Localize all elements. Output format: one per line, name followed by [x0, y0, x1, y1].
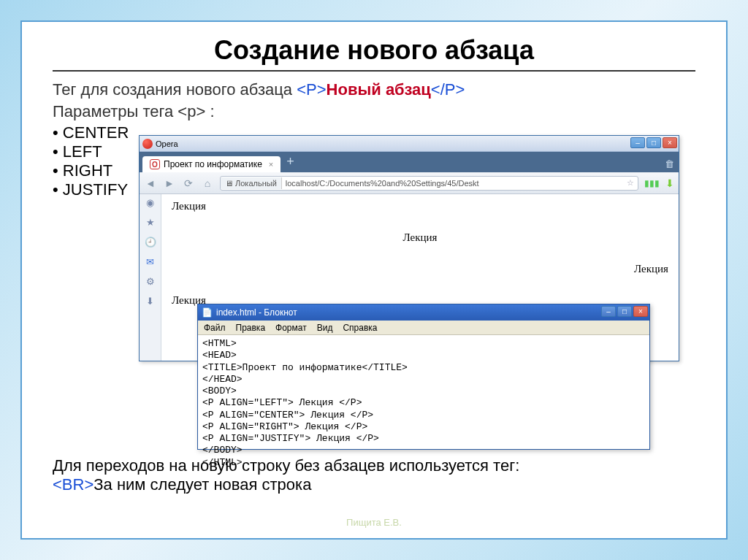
- maximize-button[interactable]: □: [646, 137, 661, 148]
- slide: Создание нового абзаца Тег для создания …: [20, 20, 728, 540]
- outro-text: Для переходов на новую строку без абзаце…: [53, 456, 519, 494]
- tab-favicon: O: [150, 159, 160, 169]
- para-center: Лекция: [172, 231, 668, 244]
- menu-help[interactable]: Справка: [343, 323, 377, 333]
- sidebar-clock-icon[interactable]: 🕘: [145, 237, 156, 248]
- browser-titlebar[interactable]: Opera – □ ×: [140, 136, 679, 152]
- signal-icon: ▮▮▮: [644, 178, 660, 188]
- home-button[interactable]: ⌂: [201, 177, 214, 189]
- para-left: Лекция: [172, 200, 668, 212]
- trash-icon[interactable]: 🗑: [665, 158, 674, 169]
- para-right: Лекция: [172, 263, 668, 275]
- reload-button[interactable]: ⟳: [182, 177, 195, 189]
- browser-tab[interactable]: O Проект по информатике ×: [142, 156, 280, 172]
- opera-icon: [142, 139, 153, 149]
- intro-text: Тег для создания нового абзаца <Р>Новый …: [53, 79, 695, 101]
- download-icon[interactable]: ⬇: [665, 177, 674, 189]
- browser-app-name: Opera: [156, 139, 178, 148]
- browser-sidebar: ◉ ★ 🕘 ✉ ⚙ ⬇: [140, 194, 161, 361]
- sidebar-gear-icon[interactable]: ⚙: [146, 276, 155, 287]
- outro-line1: Для переходов на новую строку без абзаце…: [53, 456, 519, 475]
- notepad-title-text: index.html - Блокнот: [216, 307, 297, 318]
- nav-toolbar: ◄ ► ⟳ ⌂ 🖥 Локальный localhost/C:/Documen…: [140, 172, 679, 194]
- menu-format[interactable]: Формат: [275, 323, 307, 333]
- outro-br: <BR>: [53, 475, 94, 494]
- tag-close: </Р>: [431, 80, 465, 99]
- tab-bar: O Проект по информатике × + 🗑: [140, 152, 679, 172]
- sidebar-home-icon[interactable]: ◉: [146, 197, 154, 208]
- tab-close-icon[interactable]: ×: [269, 160, 273, 169]
- notepad-body[interactable]: <HTML> <HEAD> <TITLE>Проект по информати…: [198, 335, 649, 472]
- bookmark-star-icon[interactable]: ☆: [623, 178, 638, 188]
- intro-prefix: Тег для создания нового абзаца: [53, 80, 297, 99]
- notepad-window: 📄 index.html - Блокнот – □ × Файл Правка…: [197, 304, 650, 450]
- notepad-icon: 📄: [202, 307, 213, 318]
- notepad-window-buttons: – □ ×: [601, 306, 648, 317]
- slide-title: Создание нового абзаца: [53, 35, 695, 72]
- sidebar-download-icon[interactable]: ⬇: [146, 296, 154, 307]
- tag-open: <Р>: [297, 80, 326, 99]
- minimize-button[interactable]: –: [630, 137, 645, 148]
- notepad-menu: Файл Правка Формат Вид Справка: [198, 321, 649, 335]
- back-button[interactable]: ◄: [144, 177, 157, 189]
- footer-credit: Пищита Е.В.: [22, 517, 726, 528]
- menu-view[interactable]: Вид: [317, 323, 333, 333]
- close-button[interactable]: ×: [663, 137, 677, 148]
- sidebar-mail-icon[interactable]: ✉: [146, 256, 154, 267]
- tab-label: Проект по информатике: [164, 159, 262, 169]
- window-buttons: – □ ×: [630, 137, 677, 148]
- new-tab-button[interactable]: +: [286, 154, 294, 169]
- notepad-titlebar[interactable]: 📄 index.html - Блокнот – □ ×: [198, 304, 649, 321]
- outro-tail: За ним следует новая строка: [94, 475, 311, 494]
- np-minimize-button[interactable]: –: [601, 306, 616, 317]
- forward-button[interactable]: ►: [163, 177, 176, 189]
- menu-file[interactable]: Файл: [204, 323, 226, 333]
- sidebar-star-icon[interactable]: ★: [146, 217, 155, 228]
- menu-edit[interactable]: Правка: [236, 323, 266, 333]
- url-scheme: 🖥 Локальный: [221, 177, 282, 189]
- address-bar[interactable]: 🖥 Локальный localhost/C:/Documents%20and…: [220, 176, 638, 191]
- np-close-button[interactable]: ×: [633, 306, 648, 317]
- np-maximize-button[interactable]: □: [617, 306, 632, 317]
- params-line: Параметры тега <p> :: [53, 101, 695, 123]
- url-text: localhost/C:/Documents%20and%20Settings/…: [282, 179, 623, 188]
- tag-red: Новый абзац: [327, 80, 431, 99]
